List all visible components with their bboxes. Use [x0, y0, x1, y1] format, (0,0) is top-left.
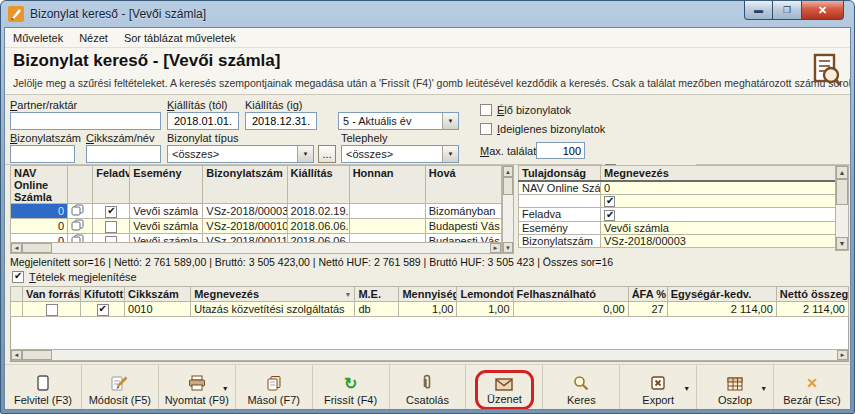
- checkbox-box[interactable]: [480, 123, 492, 135]
- issued-from-input[interactable]: [167, 112, 239, 130]
- scroll-down-icon[interactable]: ▼: [836, 237, 848, 250]
- doc-type-select[interactable]: <összes> ▼: [167, 145, 314, 163]
- keres-button[interactable]: Keres: [543, 365, 620, 410]
- kifutott-checkbox[interactable]: [97, 304, 109, 316]
- col-netto-osszeg[interactable]: Nettó összeg: [776, 287, 848, 302]
- col-esemeny[interactable]: Esemény: [130, 166, 203, 204]
- col-lemondott[interactable]: Lemondott: [457, 287, 513, 302]
- cell-doc-no[interactable]: VSz-2018/00003: [203, 204, 287, 219]
- feladva-checkbox[interactable]: [105, 206, 117, 218]
- issued-to-input[interactable]: [245, 112, 317, 130]
- felvitel-button[interactable]: Felvitel (F3): [5, 365, 82, 410]
- col-megnevezes[interactable]: Megnevezés▼: [191, 287, 355, 302]
- cell-nav[interactable]: 0: [11, 204, 68, 219]
- document-grid-horizontal-scrollbar[interactable]: ◄ ►: [10, 242, 502, 254]
- row-selector[interactable]: [11, 302, 23, 317]
- table-row[interactable]: 0 Vevői számla VSz-2018/00003 2018.02.19…: [11, 204, 502, 219]
- site-select[interactable]: <összes> ▼: [341, 145, 459, 163]
- menu-sor-tablazat-muveletek[interactable]: Sor táblázat műveletek: [124, 32, 236, 44]
- cell-doc-no[interactable]: VSz-2018/00010: [203, 219, 287, 234]
- cell-afa[interactable]: 27: [628, 302, 667, 317]
- col-bizonylatszam[interactable]: Bizonylatszám: [203, 166, 287, 204]
- cell-nav[interactable]: 0: [11, 219, 68, 234]
- col-icon[interactable]: [68, 166, 93, 204]
- max-results-input[interactable]: [536, 142, 585, 159]
- uzenet-button[interactable]: Üzenet: [466, 365, 543, 410]
- chevron-down-icon[interactable]: ▼: [442, 146, 458, 162]
- menu-nezet[interactable]: Nézet: [79, 32, 108, 44]
- col-feladva[interactable]: Feladva: [93, 166, 130, 204]
- col-felhasznalhato[interactable]: Felhasználható: [513, 287, 628, 302]
- cell-event[interactable]: Vevői számla: [130, 219, 203, 234]
- scroll-up-icon[interactable]: ▲: [836, 166, 848, 179]
- modosit-button[interactable]: Módosít (F5): [82, 365, 159, 410]
- maximize-button[interactable]: ❐: [773, 1, 802, 20]
- col-afa[interactable]: ÁFA %: [628, 287, 667, 302]
- bezar-button[interactable]: ✕ Bezár (Esc): [774, 365, 850, 410]
- minimize-button[interactable]: ▬: [744, 1, 773, 20]
- chevron-down-icon[interactable]: ▼: [760, 385, 767, 392]
- col-hova[interactable]: Hová: [425, 166, 501, 204]
- titlebar[interactable]: Bizonylat kereső - [Vevői számla] ▬ ❐ ✕: [1, 1, 854, 27]
- masol-button[interactable]: Másol (F7): [236, 365, 313, 410]
- col-van-forras[interactable]: Van forrás: [23, 287, 81, 302]
- van-forras-checkbox[interactable]: [46, 304, 58, 316]
- live-docs-checkbox[interactable]: Élő bizonylatok: [480, 104, 571, 116]
- cell-megnevezes[interactable]: Utazás közvetítési szolgáltatás: [191, 302, 355, 317]
- scroll-right-icon[interactable]: ►: [837, 350, 848, 360]
- checkbox-box[interactable]: [12, 271, 24, 283]
- cell-issued[interactable]: 2018.02.19.: [287, 204, 349, 219]
- temp-docs-checkbox[interactable]: Ideiglenes bizonylatok: [480, 123, 605, 135]
- cell-mennyiseg[interactable]: 1,00: [399, 302, 457, 317]
- scrollbar-thumb[interactable]: [22, 243, 52, 253]
- cell-me[interactable]: db: [355, 302, 399, 317]
- checkbox-box[interactable]: [480, 104, 492, 116]
- items-grid-horizontal-scrollbar[interactable]: ◄ ►: [11, 349, 848, 361]
- cell-from[interactable]: [349, 219, 425, 234]
- chevron-down-icon[interactable]: ▼: [683, 385, 690, 392]
- col-egysegar-kedv[interactable]: Egységár-kedv.: [667, 287, 776, 302]
- col-kifutott[interactable]: Kifutott: [81, 287, 125, 302]
- cell-to[interactable]: Bizományban: [425, 204, 501, 219]
- chevron-down-icon[interactable]: ▼: [297, 146, 313, 162]
- cell-cikkszam[interactable]: 0010: [125, 302, 191, 317]
- cell-felhasznalhato[interactable]: 0,00: [513, 302, 628, 317]
- doc-type-more-button[interactable]: ...: [318, 145, 336, 163]
- table-row[interactable]: 0 Vevői számla VSz-2018/00010 2018.06.06…: [11, 219, 502, 234]
- csatolas-button[interactable]: Csatolás: [390, 365, 467, 410]
- scrollbar-thumb[interactable]: [22, 350, 52, 360]
- cell-netto[interactable]: 2 114,00: [776, 302, 848, 317]
- year-select[interactable]: 5 - Aktuális év ▼: [338, 112, 459, 130]
- item-input[interactable]: [86, 145, 161, 163]
- cell-lemondott[interactable]: 1,00: [457, 302, 513, 317]
- col-honnan[interactable]: Honnan: [349, 166, 425, 204]
- cell-event[interactable]: Vevői számla: [130, 204, 203, 219]
- scrollbar-thumb[interactable]: [503, 177, 513, 195]
- partner-input[interactable]: [10, 112, 161, 130]
- close-button[interactable]: ✕: [802, 1, 844, 20]
- items-toggle-checkbox[interactable]: Tételek megjelenítése: [12, 271, 137, 283]
- scroll-left-icon[interactable]: ◄: [11, 243, 22, 253]
- property-panel-scrollbar[interactable]: ▲ ▼: [835, 165, 849, 251]
- scroll-left-icon[interactable]: ◄: [11, 350, 22, 360]
- document-grid-vertical-scrollbar[interactable]: ▲ ▼: [502, 165, 514, 254]
- cell-egysegar[interactable]: 2 114,00: [667, 302, 776, 317]
- col-mennyiseg[interactable]: Mennyiség: [399, 287, 457, 302]
- export-button[interactable]: Export ▼: [620, 365, 697, 410]
- cell-to[interactable]: Budapesti Vás: [425, 219, 501, 234]
- col-nav-online-szamla[interactable]: NAV Online Számla: [11, 166, 68, 204]
- feladva-checkbox[interactable]: [105, 221, 117, 233]
- chevron-down-icon[interactable]: ▼: [222, 385, 229, 392]
- col-me[interactable]: M.E.: [355, 287, 399, 302]
- oszlop-button[interactable]: Oszlop ▼: [697, 365, 774, 410]
- chevron-down-icon[interactable]: ▼: [442, 113, 458, 129]
- cell-issued[interactable]: 2018.06.06.: [287, 219, 349, 234]
- nyomtat-button[interactable]: Nyomtat (F9) ▼: [159, 365, 236, 410]
- doc-no-input[interactable]: [10, 145, 75, 163]
- frissit-button[interactable]: ↻ Frissít (F4): [313, 365, 390, 410]
- cell-from[interactable]: [349, 204, 425, 219]
- menu-muveletek[interactable]: Műveletek: [13, 32, 63, 44]
- scroll-down-icon[interactable]: ▼: [503, 242, 513, 253]
- scroll-right-icon[interactable]: ►: [490, 243, 501, 253]
- col-cikkszam[interactable]: Cikkszám: [125, 287, 191, 302]
